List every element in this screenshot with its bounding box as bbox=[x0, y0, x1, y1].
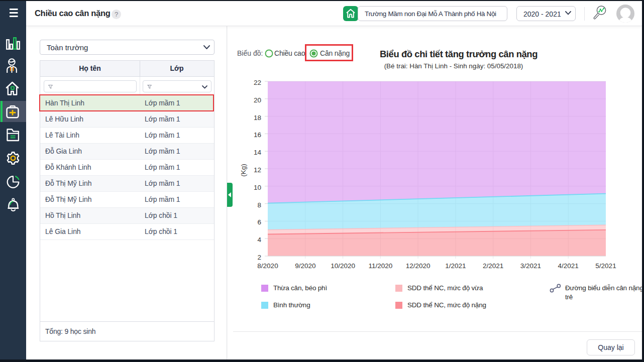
svg-text:16: 16 bbox=[254, 131, 261, 139]
svg-text:18: 18 bbox=[254, 114, 261, 122]
svg-text:4: 4 bbox=[257, 236, 261, 244]
svg-text:12/2020: 12/2020 bbox=[406, 262, 431, 270]
svg-text:20: 20 bbox=[254, 96, 261, 104]
svg-text:12: 12 bbox=[254, 166, 261, 174]
svg-text:10: 10 bbox=[254, 184, 261, 191]
svg-text:22: 22 bbox=[254, 79, 261, 86]
svg-text:8: 8 bbox=[257, 201, 261, 209]
svg-text:1/2021: 1/2021 bbox=[445, 262, 466, 270]
svg-text:6: 6 bbox=[257, 218, 261, 226]
svg-text:2/2021: 2/2021 bbox=[483, 262, 503, 270]
svg-text:3/2021: 3/2021 bbox=[520, 262, 541, 270]
svg-text:(Kg): (Kg) bbox=[240, 164, 247, 177]
svg-text:8/2020: 8/2020 bbox=[257, 262, 278, 270]
svg-text:9/2020: 9/2020 bbox=[295, 262, 315, 270]
svg-text:2: 2 bbox=[257, 254, 261, 261]
svg-text:10/2020: 10/2020 bbox=[331, 262, 355, 270]
svg-text:11/2020: 11/2020 bbox=[368, 262, 392, 270]
svg-text:14: 14 bbox=[254, 149, 262, 156]
svg-text:4/2021: 4/2021 bbox=[558, 262, 579, 270]
svg-text:5/2021: 5/2021 bbox=[595, 262, 616, 270]
